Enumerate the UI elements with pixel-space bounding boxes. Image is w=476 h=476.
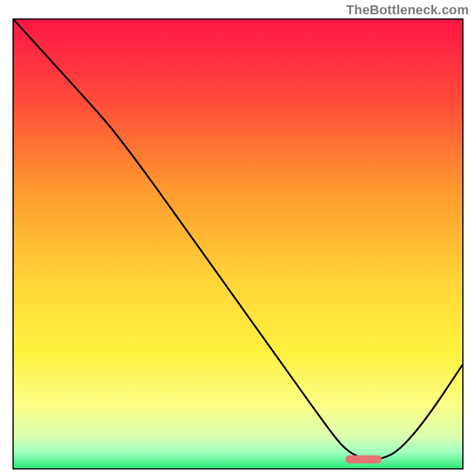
plot-area bbox=[12, 18, 464, 469]
optimal-range-marker bbox=[14, 20, 462, 468]
svg-rect-1 bbox=[346, 455, 381, 464]
watermark-text: TheBottleneck.com bbox=[346, 2, 469, 18]
chart-stage: { "watermark": "TheBottleneck.com", "cha… bbox=[0, 0, 476, 476]
